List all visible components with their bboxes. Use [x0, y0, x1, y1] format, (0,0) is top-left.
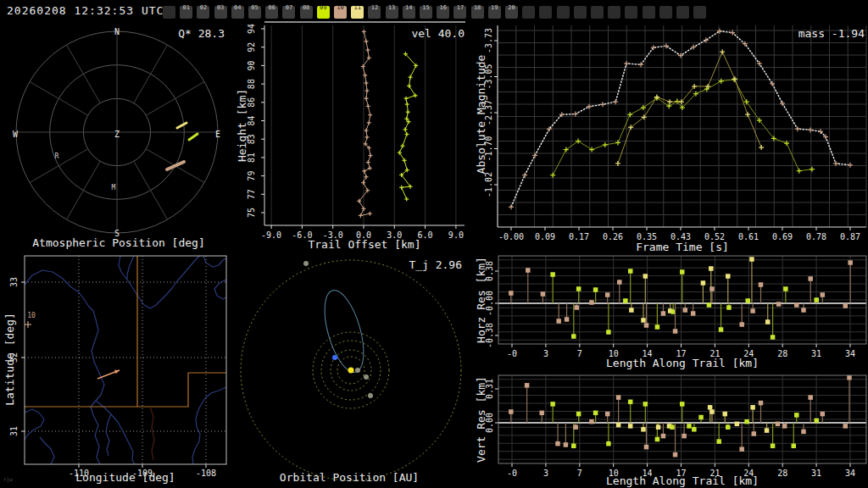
svg-text:34: 34 — [845, 469, 855, 478]
residual-point — [576, 286, 581, 291]
residual-point — [673, 329, 678, 334]
residual-point — [589, 300, 594, 305]
residual-point — [771, 444, 776, 449]
mass-annotation: mass -1.94 — [798, 27, 865, 40]
residual-point — [752, 431, 757, 436]
residual-point — [726, 424, 731, 430]
residual-point — [606, 441, 611, 446]
residual-point — [661, 311, 666, 316]
svg-text:9.0: 9.0 — [448, 230, 464, 240]
residual-point — [571, 334, 576, 339]
residual-point — [847, 375, 852, 380]
residual-point — [726, 305, 732, 310]
residual-point — [716, 439, 721, 444]
residual-point — [744, 419, 749, 424]
svg-text:Z: Z — [114, 130, 120, 139]
state-border — [25, 373, 226, 407]
residual-point — [750, 308, 755, 313]
svg-text:90: 90 — [247, 60, 256, 70]
qstar-annotation: Q* 28.3 — [178, 27, 225, 40]
residual-point — [776, 302, 782, 307]
residual-point — [550, 272, 555, 277]
residual-point — [509, 291, 514, 296]
residual-point — [655, 437, 660, 442]
residual-point — [643, 402, 648, 407]
residual-point — [814, 297, 819, 302]
svg-text:-9.0: -9.0 — [261, 230, 281, 240]
residual-point — [617, 280, 622, 285]
residual-point — [691, 311, 696, 316]
svg-text:0.09: 0.09 — [535, 232, 555, 241]
residual-point — [765, 428, 770, 433]
mag-xlabel: Frame Time [s] — [636, 241, 729, 253]
svg-text:-3.73: -3.73 — [484, 28, 493, 53]
residual-point — [708, 405, 713, 410]
atmospheric-polar-plot: NESWZRM — [13, 27, 220, 238]
svg-text:10: 10 — [27, 312, 36, 319]
residual-point — [680, 402, 685, 407]
residual-point — [593, 287, 598, 292]
residual-point — [722, 412, 727, 417]
svg-text:W: W — [13, 130, 19, 139]
river-line — [25, 409, 44, 440]
residual-point — [709, 266, 714, 271]
residual-point — [550, 402, 555, 407]
svg-text:0.17: 0.17 — [569, 232, 589, 241]
residual-point — [821, 292, 826, 297]
river-line — [25, 270, 104, 464]
residual-point — [555, 441, 560, 446]
residual-point — [575, 305, 580, 310]
river-line — [203, 256, 226, 267]
residual-point — [525, 383, 530, 388]
residual-point — [683, 308, 688, 313]
residual-point — [629, 308, 634, 313]
residual-point — [605, 412, 610, 417]
residual-point — [745, 298, 750, 303]
residual-point — [643, 274, 648, 279]
svg-text:31: 31 — [9, 426, 19, 436]
meteor-trail-segment — [177, 123, 186, 128]
residual-point — [801, 308, 806, 313]
residual-point — [808, 276, 813, 281]
sun-dot — [348, 368, 354, 374]
svg-text:33: 33 — [9, 277, 19, 287]
residual-point — [641, 318, 646, 323]
residual-point — [589, 419, 594, 424]
svg-text:79: 79 — [247, 171, 256, 181]
vert-xlabel: Length Along Trail [km] — [606, 474, 759, 487]
residual-point — [692, 427, 697, 432]
river-line — [214, 280, 226, 299]
residual-point — [765, 319, 771, 324]
residual-point — [628, 269, 633, 274]
svg-text:E: E — [215, 130, 220, 139]
residual-point — [670, 424, 675, 430]
residual-point — [628, 400, 633, 405]
svg-text:R: R — [55, 152, 59, 160]
residual-point — [661, 434, 666, 438]
residual-point — [576, 412, 581, 417]
residual-point — [623, 298, 628, 303]
svg-text:34: 34 — [845, 349, 855, 358]
svg-text:0.69: 0.69 — [772, 232, 793, 241]
residual-point — [605, 292, 610, 297]
horz-ylabel: Horz Res [km] — [475, 257, 487, 343]
svg-text:86: 86 — [247, 97, 256, 108]
svg-text:75: 75 — [247, 208, 256, 218]
svg-text:-0: -0 — [507, 469, 517, 478]
residual-point — [573, 424, 578, 430]
map-xlabel: Longitude [deg] — [75, 471, 175, 484]
residual-point — [616, 423, 621, 428]
svg-text:7: 7 — [577, 349, 582, 358]
orbital-title: Orbital Position [AU] — [280, 471, 419, 484]
svg-text:-1.02: -1.02 — [484, 172, 493, 197]
svg-text:0.61: 0.61 — [738, 232, 759, 241]
tj-annotation: T_j 2.96 — [409, 258, 462, 271]
residual-point — [655, 324, 660, 330]
svg-text:92: 92 — [247, 42, 256, 53]
residual-point — [709, 409, 715, 414]
svg-text:N: N — [114, 27, 120, 36]
residual-point — [750, 405, 755, 410]
residual-point — [783, 286, 788, 291]
residual-point — [526, 268, 531, 273]
svg-text:28: 28 — [777, 349, 787, 358]
